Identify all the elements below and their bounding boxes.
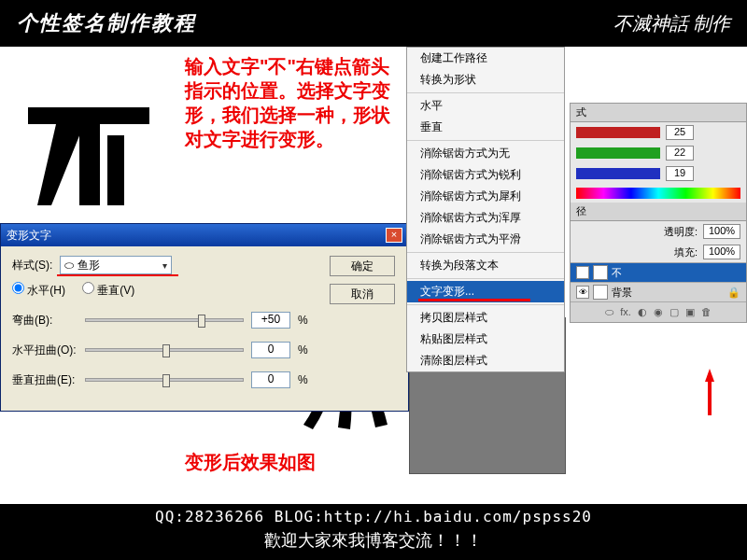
layer-name: 背景 bbox=[612, 286, 632, 300]
ok-button[interactable]: 确定 bbox=[330, 256, 395, 276]
ctx-item[interactable]: 消除锯齿方式为无 bbox=[407, 143, 564, 164]
swatch-r[interactable] bbox=[576, 127, 660, 138]
dialog-titlebar[interactable]: 变形文字 × bbox=[1, 224, 408, 246]
bend-label: 弯曲(B): bbox=[12, 313, 78, 329]
fx-icon[interactable]: fx. bbox=[620, 306, 631, 318]
bend-input[interactable]: +50 bbox=[251, 312, 290, 329]
radio-label: 水平(H) bbox=[27, 284, 65, 297]
ctx-item[interactable]: 消除锯齿方式为平滑 bbox=[407, 229, 564, 250]
pct: % bbox=[298, 314, 308, 327]
type-icon: T bbox=[593, 265, 608, 280]
pct: % bbox=[298, 373, 308, 386]
layer-name: 不 bbox=[612, 266, 622, 280]
footer-welcome: 歡迎大家來我博客交流！！！ bbox=[0, 529, 747, 552]
layer-text[interactable]: 👁T不 bbox=[571, 262, 746, 282]
style-label: 样式(S): bbox=[12, 258, 52, 273]
vdist-label: 垂直扭曲(E): bbox=[12, 372, 78, 388]
hdist-input[interactable]: 0 bbox=[251, 342, 290, 358]
hdist-row: 水平扭曲(O): 0 % bbox=[12, 342, 397, 358]
eye-icon[interactable]: 👁 bbox=[576, 286, 589, 299]
logo-text: 不滅神話 制作 bbox=[613, 11, 730, 36]
hdist-slider[interactable] bbox=[85, 348, 244, 352]
ctx-item[interactable]: 消除锯齿方式为锐利 bbox=[407, 164, 564, 186]
radio-vertical[interactable]: 垂直(V) bbox=[82, 282, 134, 299]
swatch-b[interactable] bbox=[576, 168, 660, 179]
ctx-item[interactable]: 转换为形状 bbox=[407, 69, 564, 91]
original-glyph bbox=[19, 98, 159, 210]
color-row-g: 22 bbox=[571, 143, 746, 163]
photoshop-panel: 式 25 22 19 径 透明度:100% 填充:100% 👁T不 👁背景🔒 ⬭… bbox=[570, 103, 747, 323]
svg-rect-3 bbox=[107, 135, 124, 205]
trash-icon[interactable]: 🗑 bbox=[701, 306, 712, 318]
slider-thumb[interactable] bbox=[162, 344, 170, 357]
hue-strip[interactable] bbox=[576, 188, 740, 199]
ctx-item[interactable]: 消除锯齿方式为浑厚 bbox=[407, 207, 564, 229]
header: 个性签名制作教程 不滅神話 制作 bbox=[0, 0, 747, 47]
style-value: ⬭ 鱼形 bbox=[64, 258, 99, 273]
eye-icon[interactable]: 👁 bbox=[576, 266, 589, 279]
slider-thumb[interactable] bbox=[162, 374, 170, 387]
adjust-icon[interactable]: ◉ bbox=[654, 306, 663, 318]
style-select[interactable]: ⬭ 鱼形 bbox=[60, 256, 172, 274]
separator bbox=[407, 92, 564, 93]
panel-tab[interactable]: 式 bbox=[571, 104, 746, 122]
instruction-text: 输入文字"不"右键点箭头指示的位置。选择文字变形，我们选择一种，形状对文字进行变… bbox=[185, 54, 400, 151]
ctx-item[interactable]: 创建工作路径 bbox=[407, 48, 564, 69]
footer: QQ:28236266 BLOG:http://hi.baidu.com/psp… bbox=[0, 504, 747, 560]
radio-label: 垂直(V) bbox=[97, 284, 134, 297]
main-area: 输入文字"不"右键点箭头指示的位置。选择文字变形，我们选择一种，形状对文字进行变… bbox=[0, 47, 747, 504]
fill-input[interactable]: 100% bbox=[703, 245, 740, 259]
separator bbox=[407, 140, 564, 141]
separator bbox=[407, 278, 564, 279]
radio-horizontal[interactable]: 水平(H) bbox=[12, 282, 65, 299]
context-menu: 创建工作路径 转换为形状 水平 垂直 消除锯齿方式为无 消除锯齿方式为锐利 消除… bbox=[406, 47, 565, 372]
vdist-row: 垂直扭曲(E): 0 % bbox=[12, 371, 397, 388]
ctx-item[interactable]: 消除锯齿方式为犀利 bbox=[407, 186, 564, 207]
opacity-label: 透明度: bbox=[664, 225, 698, 239]
ctx-item[interactable]: 拷贝图层样式 bbox=[407, 307, 564, 329]
ctx-item[interactable]: 粘贴图层样式 bbox=[407, 329, 564, 350]
slider-thumb[interactable] bbox=[198, 315, 205, 328]
vdist-slider[interactable] bbox=[85, 378, 244, 382]
layer-footer-icons: ⬭fx.◐◉▢▣🗑 bbox=[571, 301, 746, 322]
fill-row: 填充:100% bbox=[571, 242, 746, 262]
value-b[interactable]: 19 bbox=[666, 166, 694, 181]
separator bbox=[407, 304, 564, 305]
link-icon[interactable]: ⬭ bbox=[605, 306, 613, 318]
bend-slider[interactable] bbox=[85, 318, 244, 322]
value-r[interactable]: 25 bbox=[666, 125, 694, 140]
warp-text-dialog: 变形文字 × 样式(S): ⬭ 鱼形 水平(H) 垂直(V) 确定 取消 弯曲(… bbox=[0, 223, 409, 412]
opacity-row: 透明度:100% bbox=[571, 221, 746, 242]
ctx-item[interactable]: 垂直 bbox=[407, 117, 564, 138]
dialog-body: 样式(S): ⬭ 鱼形 水平(H) 垂直(V) 确定 取消 弯曲(B): +50… bbox=[1, 246, 408, 411]
close-icon[interactable]: × bbox=[386, 228, 402, 243]
footer-contact: QQ:28236266 BLOG:http://hi.baidu.com/psp… bbox=[0, 508, 747, 525]
separator bbox=[407, 252, 564, 253]
annotation-arrow-up bbox=[700, 369, 719, 415]
lock-icon: 🔒 bbox=[727, 287, 740, 299]
svg-marker-1 bbox=[37, 124, 84, 205]
layer-background[interactable]: 👁背景🔒 bbox=[571, 282, 746, 301]
swatch-g[interactable] bbox=[576, 147, 660, 159]
pct: % bbox=[298, 343, 308, 357]
ctx-item[interactable]: 转换为段落文本 bbox=[407, 255, 564, 276]
mask-icon[interactable]: ◐ bbox=[638, 306, 647, 318]
annotation-underline bbox=[418, 299, 530, 301]
value-g[interactable]: 22 bbox=[666, 146, 694, 161]
color-row-r: 25 bbox=[571, 122, 746, 143]
opacity-input[interactable]: 100% bbox=[703, 224, 740, 239]
thumb-icon bbox=[593, 285, 608, 300]
bend-row: 弯曲(B): +50 % bbox=[12, 312, 397, 329]
annotation-underline bbox=[57, 274, 178, 276]
hdist-label: 水平扭曲(O): bbox=[12, 343, 78, 358]
cancel-button[interactable]: 取消 bbox=[330, 284, 395, 304]
paths-tab[interactable]: 径 bbox=[571, 203, 746, 221]
ctx-item[interactable]: 清除图层样式 bbox=[407, 350, 564, 371]
ctx-item[interactable]: 水平 bbox=[407, 95, 564, 117]
svg-rect-0 bbox=[28, 107, 149, 124]
page-title: 个性签名制作教程 bbox=[17, 9, 196, 37]
new-icon[interactable]: ▣ bbox=[685, 306, 695, 318]
folder-icon[interactable]: ▢ bbox=[669, 306, 679, 318]
svg-rect-2 bbox=[79, 124, 100, 205]
vdist-input[interactable]: 0 bbox=[251, 371, 290, 388]
